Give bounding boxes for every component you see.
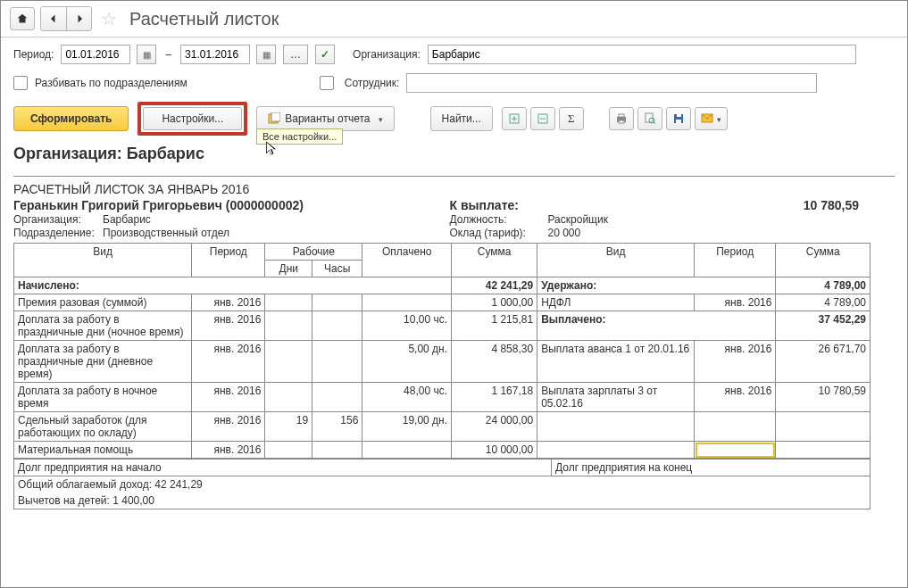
chevron-down-icon	[375, 112, 383, 125]
cell-name-r[interactable]: Выплата аванса 1 от 20.01.16	[537, 341, 695, 383]
cell-period[interactable]: янв. 2016	[192, 294, 265, 311]
generate-button[interactable]: Сформировать	[13, 106, 129, 131]
home-button[interactable]	[10, 7, 35, 30]
settings-tooltip: Все настройки...	[256, 128, 343, 145]
cell-name-r[interactable]: НДФЛ	[537, 294, 695, 311]
payslip-table: Вид Период Рабочие Оплачено Сумма Вид Пе…	[13, 243, 871, 459]
cell-sum-r[interactable]	[776, 412, 871, 442]
cell-name-r[interactable]	[537, 412, 695, 442]
payslip-title: РАСЧЕТНЫЙ ЛИСТОК ЗА ЯНВАРЬ 2016	[13, 182, 895, 196]
date-to-calendar-button[interactable]	[256, 45, 276, 64]
cell-paid[interactable]: 19,00 дн.	[362, 412, 452, 442]
period-label: Период:	[13, 48, 54, 61]
cell-sum[interactable]: 24 000,00	[452, 412, 537, 442]
cell-period[interactable]: янв. 2016	[192, 383, 265, 412]
cell-period[interactable]: янв. 2016	[192, 311, 265, 341]
cell-sum[interactable]: 1 167,18	[452, 383, 537, 412]
date-dash: –	[165, 48, 171, 61]
nav-forward-button[interactable]	[66, 7, 91, 30]
selected-cell[interactable]	[695, 442, 776, 459]
cell-paid[interactable]	[362, 294, 452, 311]
org-filter-checkmark[interactable]: ✓	[315, 45, 335, 64]
cell-period-r[interactable]: янв. 2016	[695, 383, 776, 412]
organization-label: Организация:	[353, 48, 421, 61]
envelope-icon	[701, 113, 713, 124]
email-button[interactable]	[695, 107, 728, 130]
info-dept-label: Подразделение:	[13, 227, 103, 239]
cell-days[interactable]: 19	[265, 412, 312, 442]
report-variants-button[interactable]: Варианты отчета	[256, 106, 394, 131]
cell-days[interactable]	[265, 442, 312, 459]
cell-name[interactable]: Доплата за работу в ночное время	[14, 383, 192, 412]
info-position-value: Раскройщик	[548, 213, 896, 226]
separator	[13, 176, 895, 177]
cell-name-r[interactable]	[537, 442, 695, 459]
cell-hours[interactable]	[312, 383, 362, 412]
employee-filter-checkbox[interactable]	[320, 76, 334, 90]
th-type-r: Вид	[537, 244, 695, 277]
diskette-icon	[672, 112, 685, 125]
accrued-label: Начислено:	[14, 277, 452, 294]
cell-period-r[interactable]: янв. 2016	[695, 294, 776, 311]
cell-hours[interactable]	[312, 442, 362, 459]
print-button[interactable]	[609, 107, 634, 130]
period-picker-button[interactable]: …	[283, 45, 308, 64]
cell-days[interactable]	[265, 311, 312, 341]
cell-hours[interactable]	[312, 311, 362, 341]
cell-sum-r[interactable]	[776, 442, 871, 459]
cell-paid[interactable]	[362, 442, 452, 459]
payout-value: 10 780,59	[548, 198, 896, 212]
nav-back-button[interactable]	[41, 7, 66, 30]
cell-days[interactable]	[265, 294, 312, 311]
cell-sum-r[interactable]: 4 789,00	[776, 294, 871, 311]
cell-period-r[interactable]	[695, 412, 776, 442]
cell-period[interactable]: янв. 2016	[192, 412, 265, 442]
cell-name[interactable]: Материальная помощь	[14, 442, 192, 459]
find-button[interactable]: Найти...	[430, 106, 493, 131]
cell-paid[interactable]: 5,00 дн.	[362, 341, 452, 383]
preview-button[interactable]	[637, 107, 662, 130]
cell-paid[interactable]: 10,00 чс.	[362, 311, 452, 341]
cell-sum-r[interactable]: 26 671,70	[776, 341, 871, 383]
paidout-label: Выплачено:	[537, 311, 776, 341]
cell-days[interactable]	[265, 341, 312, 383]
page-title: Расчетный листок	[129, 9, 279, 29]
sum-button[interactable]: Σ	[559, 107, 584, 130]
date-to-input[interactable]	[180, 45, 250, 64]
cell-sum-r[interactable]: 10 780,59	[776, 383, 871, 412]
expand-button[interactable]	[502, 107, 527, 130]
cell-name[interactable]: Премия разовая (суммой)	[14, 294, 192, 311]
cell-sum[interactable]: 1 215,81	[452, 311, 537, 341]
collapse-button[interactable]	[530, 107, 555, 130]
cell-hours[interactable]: 156	[312, 412, 362, 442]
favorite-star-icon[interactable]: ☆	[97, 8, 121, 29]
employee-input[interactable]	[406, 73, 817, 93]
cell-period-r[interactable]: янв. 2016	[695, 341, 776, 383]
cell-name-r[interactable]: Выплата зарплаты 3 от 05.02.16	[537, 383, 695, 412]
cell-days[interactable]	[265, 383, 312, 412]
cell-sum[interactable]: 10 000,00	[452, 442, 537, 459]
expand-icon	[508, 112, 521, 125]
th-type: Вид	[14, 244, 192, 277]
split-by-dept-checkbox[interactable]	[13, 76, 28, 90]
cell-name[interactable]: Доплата за работу в праздничные дни (ноч…	[14, 311, 192, 341]
organization-input[interactable]	[428, 45, 856, 64]
cell-sum[interactable]: 1 000,00	[452, 294, 537, 311]
cell-hours[interactable]	[312, 341, 362, 383]
save-button[interactable]	[666, 107, 691, 130]
cell-period[interactable]: янв. 2016	[192, 442, 265, 459]
report-variants-label: Варианты отчета	[285, 112, 370, 125]
info-dept-value: Производственный отдел	[103, 227, 450, 239]
date-from-input[interactable]	[61, 45, 130, 64]
cell-sum[interactable]: 4 858,30	[452, 341, 537, 383]
cell-period[interactable]: янв. 2016	[192, 341, 265, 383]
settings-button[interactable]: Настройки...	[143, 107, 242, 130]
info-position-label: Должность:	[450, 213, 548, 226]
cell-name[interactable]: Сдельный заработок (для работающих по ок…	[14, 412, 192, 442]
cell-hours[interactable]	[312, 294, 362, 311]
cell-name[interactable]: Доплата за работу в праздничные дни (дне…	[14, 341, 192, 383]
debt-end-label: Долг предприятия на конец	[551, 460, 870, 476]
date-from-calendar-button[interactable]	[137, 45, 156, 64]
svg-rect-11	[677, 114, 681, 117]
cell-paid[interactable]: 48,00 чс.	[362, 383, 452, 412]
